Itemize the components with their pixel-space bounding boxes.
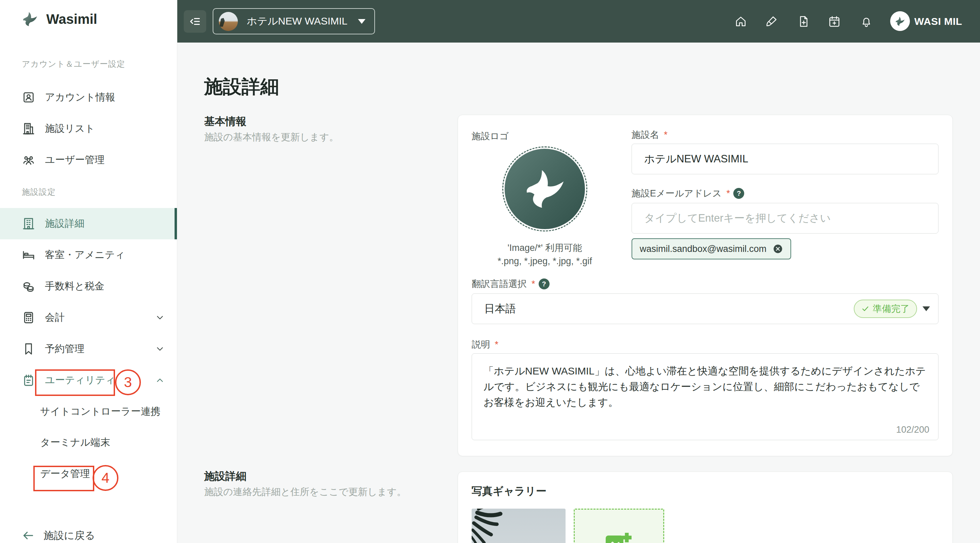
sidebar-item-account-info[interactable]: アカウント情報: [0, 82, 177, 113]
facility-email-input[interactable]: [632, 203, 939, 234]
sidebar-item-label: ユーティリティ: [45, 373, 115, 387]
translation-status-text: 準備完了: [873, 303, 910, 315]
translation-language-label: 翻訳言語選択* ?: [472, 278, 550, 290]
calendar-plus-icon: [828, 15, 841, 28]
chevron-down-icon: [155, 344, 165, 354]
sidebar-item-label: サイトコントローラー連携: [40, 405, 160, 419]
sidebar-item-data-management[interactable]: データ管理: [0, 458, 177, 490]
logo-accept-hint: 'Image/*' 利用可能: [472, 242, 618, 254]
language-select[interactable]: 日本語 準備完了: [472, 293, 939, 324]
remove-tag-icon[interactable]: [773, 244, 783, 254]
palm-tree-silhouette: [472, 509, 525, 543]
sidebar-item-user-management[interactable]: ユーザー管理: [0, 144, 177, 176]
sidebar-item-site-controller[interactable]: サイトコントローラー連携: [0, 396, 177, 427]
language-select-value: 日本語: [484, 302, 854, 316]
sidebar-item-facility-list[interactable]: 施設リスト: [0, 113, 177, 144]
wasimil-bird-icon: [894, 16, 906, 27]
sidebar-item-label: 手数料と税金: [45, 280, 105, 293]
logo-ext-hint: *.png, *.jpeg, *.jpg, *.gif: [472, 256, 618, 267]
description-textarea[interactable]: 「ホテルNEW WASIMIL」は、心地よい滞在と快適な空間を提供するためにデザ…: [472, 354, 939, 440]
wasimil-bird-icon: [519, 166, 570, 212]
page-title: 施設詳細: [204, 74, 279, 99]
photo-upload-dropzone[interactable]: [574, 509, 664, 543]
description-label: 説明*: [472, 338, 498, 351]
sidebar: Wasimil アカウント＆ユーザー設定 アカウント情報 施設リスト ユーザー管…: [0, 0, 177, 543]
facility-detail-subheading: 施設の連絡先詳細と住所をここで更新します。: [204, 486, 406, 498]
help-icon[interactable]: ?: [539, 279, 550, 289]
housekeeping-button[interactable]: [765, 15, 778, 28]
translation-status-badge: 準備完了: [854, 299, 917, 318]
brand-name: Wasimil: [46, 11, 97, 27]
photo-gallery-card: 写真ギャラリー MANDALAY BAY: [458, 471, 953, 543]
bookmark-icon: [22, 342, 35, 356]
user-name: WASI MIL: [914, 16, 962, 27]
notepad-icon: [22, 373, 35, 387]
facility-name-label: 施設名*: [632, 129, 668, 141]
sidebar-item-terminal[interactable]: ターミナル端末: [0, 427, 177, 458]
app-window: Wasimil アカウント＆ユーザー設定 アカウント情報 施設リスト ユーザー管…: [0, 0, 980, 543]
calculator-icon: [22, 311, 35, 325]
basic-info-subheading: 施設の基本情報を更新します。: [204, 131, 339, 144]
email-tag-chip[interactable]: wasimil.sandbox@wasimil.com: [632, 238, 791, 260]
collapse-sidebar-button[interactable]: [184, 10, 206, 33]
bed-icon: [22, 248, 35, 262]
basic-info-heading: 基本情報: [204, 115, 247, 129]
collapse-sidebar-icon: [189, 16, 201, 27]
email-tag-value: wasimil.sandbox@wasimil.com: [640, 244, 767, 254]
sidebar-item-label: 施設詳細: [45, 217, 84, 231]
back-to-facility-link[interactable]: 施設に戻る: [22, 520, 95, 543]
notifications-button[interactable]: [860, 15, 873, 28]
sidebar-item-booking-management[interactable]: 予約管理: [0, 333, 177, 365]
user-menu[interactable]: WASI MIL: [914, 0, 962, 43]
users-icon: [22, 153, 35, 167]
file-plus-icon: [797, 15, 810, 28]
brand-logo[interactable]: Wasimil: [21, 10, 97, 28]
sidebar-item-facility-detail[interactable]: 施設詳細: [0, 208, 177, 239]
property-selector-value: ホテルNEW WASIMIL: [247, 14, 358, 28]
sidebar-section-account: アカウント＆ユーザー設定: [22, 59, 125, 70]
photo-gallery-heading: 写真ギャラリー: [472, 484, 546, 498]
new-booking-button[interactable]: [828, 15, 841, 28]
coins-icon: [22, 280, 35, 293]
facility-logo-label: 施設ロゴ: [472, 130, 509, 142]
required-mark: *: [664, 130, 668, 140]
facility-logo: [504, 149, 585, 229]
bell-icon: [860, 15, 873, 28]
sidebar-item-accounting[interactable]: 会計: [0, 302, 177, 333]
sidebar-item-fees-taxes[interactable]: 手数料と税金: [0, 271, 177, 302]
gallery-photo-thumbnail[interactable]: MANDALAY BAY: [472, 509, 566, 543]
wasimil-bird-icon: [21, 10, 40, 28]
sidebar-item-label: 予約管理: [45, 342, 84, 356]
new-document-button[interactable]: [797, 15, 810, 28]
required-mark: *: [531, 279, 535, 289]
building-icon: [22, 122, 35, 135]
required-mark: *: [727, 188, 730, 199]
facility-name-input[interactable]: [632, 144, 939, 174]
user-avatar[interactable]: [890, 11, 910, 31]
id-card-icon: [22, 91, 35, 104]
sidebar-item-label: ユーザー管理: [45, 153, 105, 167]
sidebar-item-label: データ管理: [40, 467, 90, 481]
check-icon: [861, 305, 869, 313]
sidebar-item-label: 会計: [45, 311, 65, 325]
sidebar-item-utility[interactable]: ユーティリティ: [0, 365, 177, 396]
chevron-up-icon: [155, 375, 165, 385]
back-link-label: 施設に戻る: [43, 529, 95, 543]
topbar: ホテルNEW WASIMIL WASI MIL: [177, 0, 980, 43]
description-text: 「ホテルNEW WASIMIL」は、心地よい滞在と快適な空間を提供するためにデザ…: [484, 363, 927, 410]
home-button[interactable]: [734, 15, 747, 28]
character-counter: 102/200: [896, 425, 929, 435]
home-icon: [734, 15, 747, 28]
sidebar-item-label: 施設リスト: [45, 122, 95, 135]
chevron-down-icon: [155, 312, 165, 323]
caret-down-icon: [358, 19, 366, 24]
facility-logo-upload[interactable]: [502, 146, 587, 231]
help-icon[interactable]: ?: [733, 188, 744, 199]
property-selector[interactable]: ホテルNEW WASIMIL: [213, 8, 375, 34]
building-icon: [22, 217, 35, 231]
sidebar-item-rooms-amenities[interactable]: 客室・アメニティ: [0, 239, 177, 271]
facility-email-label: 施設Eメールアドレス* ?: [632, 187, 744, 199]
sidebar-item-label: ターミナル端末: [40, 436, 110, 449]
basic-info-card: 施設ロゴ 'Image/*' 利用可能 *.png, *.jpeg, *.jpg…: [458, 115, 953, 456]
sidebar-item-label: 客室・アメニティ: [45, 248, 125, 262]
